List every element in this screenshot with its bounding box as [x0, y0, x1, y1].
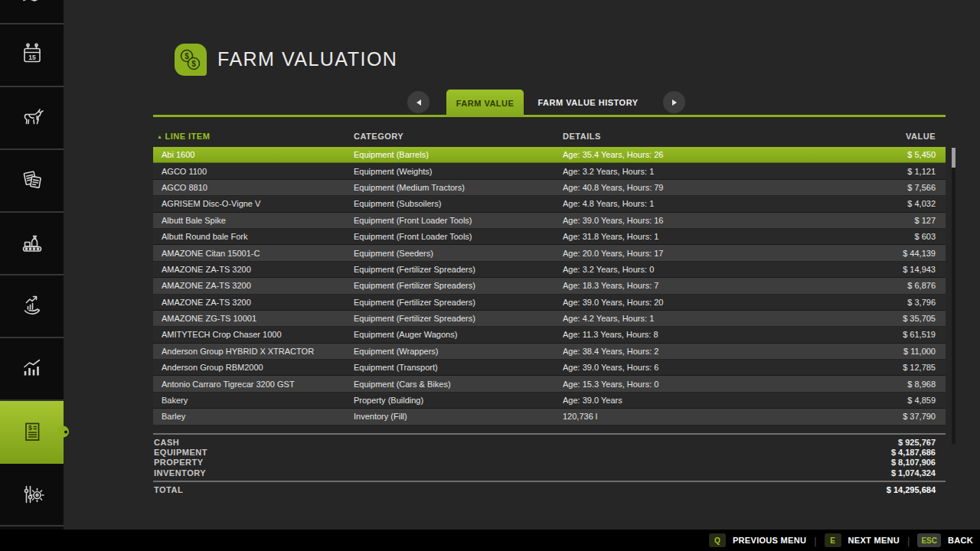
- cell-details: Age: 4.8 Years, Hours: 1: [563, 199, 815, 208]
- table-row[interactable]: Abi 1600Equipment (Barrels)Age: 35.4 Yea…: [153, 147, 946, 163]
- cell-value: $ 127: [815, 216, 946, 225]
- scrollbar-thumb[interactable]: [952, 148, 956, 168]
- table-row[interactable]: Albutt Bale SpikeEquipment (Front Loader…: [153, 213, 946, 229]
- farm-valuation-screen: 15$ $ $ FARM VALUATION FARM VALUE FARM V…: [0, 0, 980, 551]
- cell-details: Age: 35.4 Years, Hours: 26: [563, 150, 815, 159]
- footer-label: NEXT MENU: [848, 536, 900, 545]
- total-value: $ 14,295,684: [887, 485, 946, 494]
- sidebar-item-animals[interactable]: [0, 87, 64, 150]
- cell-details: Age: 31.8 Years, Hours: 1: [563, 232, 815, 241]
- table-row[interactable]: AMAZONE ZG-TS 10001Equipment (Fertilizer…: [153, 311, 946, 327]
- summary-total-row: TOTAL $ 14,295,684: [153, 481, 946, 494]
- cell-value: $ 3,796: [815, 298, 946, 307]
- svg-text:$: $: [28, 424, 31, 432]
- cell-line-item: AMITYTECH Crop Chaser 1000: [153, 330, 354, 339]
- table-row[interactable]: AMAZONE ZA-TS 3200Equipment (Fertilizer …: [153, 262, 946, 278]
- animals-icon: [18, 104, 46, 132]
- sidebar-item-settings[interactable]: [0, 464, 64, 527]
- cell-category: Equipment (Medium Tractors): [354, 183, 563, 192]
- active-indicator: [57, 426, 69, 438]
- table-row[interactable]: AGCO 8810Equipment (Medium Tractors)Age:…: [153, 180, 946, 196]
- cell-line-item: AGRISEM Disc-O-Vigne V: [153, 199, 354, 208]
- table-row[interactable]: Albutt Round bale ForkEquipment (Front L…: [153, 229, 946, 245]
- cell-details: Age: 39.0 Years: [563, 396, 815, 405]
- summary-value: $ 4,187,686: [891, 448, 946, 457]
- table-row[interactable]: AMAZONE Citan 15001-CEquipment (Seeders)…: [153, 245, 946, 261]
- settings-icon: [18, 481, 46, 508]
- cell-value: $ 603: [815, 232, 946, 241]
- table-row[interactable]: AMAZONE ZA-TS 3200Equipment (Fertilizer …: [153, 295, 946, 311]
- cell-category: Equipment (Cars & Bikes): [354, 380, 563, 389]
- sidebar-item-production[interactable]: [0, 213, 64, 276]
- sidebar-item-map[interactable]: [0, 0, 64, 24]
- column-header-line-item[interactable]: ▲ LINE ITEM: [153, 132, 354, 141]
- cell-value: $ 11,000: [815, 347, 946, 356]
- sidebar-item-contracts[interactable]: [0, 150, 64, 213]
- table-row[interactable]: BarleyInventory (Fill)120,736 l$ 37,790: [153, 409, 946, 425]
- cell-details: Age: 11.3 Years, Hours: 8: [563, 330, 815, 339]
- footer-action-back[interactable]: ESCBACK: [917, 533, 973, 547]
- cell-category: Inventory (Fill): [354, 412, 563, 421]
- table-row[interactable]: AMAZONE ZA-TS 3200Equipment (Fertilizer …: [153, 278, 946, 294]
- cell-value: $ 14,943: [815, 265, 946, 274]
- sidebar-item-statistics[interactable]: [0, 338, 64, 401]
- cell-category: Equipment (Barrels): [354, 150, 563, 159]
- footer-separator: |: [907, 535, 910, 546]
- cell-line-item: Barley: [153, 412, 354, 421]
- table-row[interactable]: AGRISEM Disc-O-Vigne VEquipment (Subsoil…: [153, 196, 946, 212]
- contracts-icon: [18, 167, 46, 194]
- cell-value: $ 4,859: [815, 396, 946, 405]
- scrollbar-track[interactable]: [952, 147, 956, 444]
- cell-category: Equipment (Fertilizer Spreaders): [354, 298, 563, 307]
- cell-category: Equipment (Fertilizer Spreaders): [354, 281, 563, 290]
- sidebar-item-farm-valuation[interactable]: $: [0, 401, 64, 464]
- summary-value: $ 1,074,324: [891, 468, 946, 478]
- cell-details: Age: 38.4 Years, Hours: 2: [563, 347, 815, 356]
- summary-row: CASH$ 925,767: [153, 437, 946, 447]
- sidebar-item-calendar[interactable]: 15: [0, 24, 64, 87]
- cell-line-item: Albutt Round bale Fork: [153, 232, 354, 241]
- table-row[interactable]: AMITYTECH Crop Chaser 1000Equipment (Aug…: [153, 327, 946, 343]
- column-header-category[interactable]: CATEGORY: [354, 132, 563, 141]
- cell-line-item: AMAZONE Citan 15001-C: [153, 249, 354, 258]
- table-row[interactable]: Anderson Group HYBRID X XTRACTOREquipmen…: [153, 344, 946, 360]
- cell-details: Age: 3.2 Years, Hours: 0: [563, 265, 815, 274]
- sidebar-item-finances[interactable]: [0, 276, 64, 338]
- cell-value: $ 4,032: [815, 199, 946, 208]
- cell-category: Equipment (Front Loader Tools): [354, 232, 563, 241]
- cell-line-item: Albutt Bale Spike: [153, 216, 354, 225]
- tab-prev-button[interactable]: [407, 91, 430, 113]
- cell-category: Equipment (Fertilizer Spreaders): [354, 265, 563, 274]
- table-row[interactable]: AGCO 1100Equipment (Weights)Age: 3.2 Yea…: [153, 163, 946, 179]
- tab-farm-value[interactable]: FARM VALUE: [446, 90, 524, 117]
- tab-next-button[interactable]: [663, 91, 685, 113]
- key-badge-esc: ESC: [917, 533, 941, 547]
- tab-label: FARM VALUE: [456, 99, 514, 108]
- tab-underline: [153, 115, 946, 117]
- table-row[interactable]: Anderson Group RBM2000Equipment (Transpo…: [153, 360, 946, 376]
- column-header-value[interactable]: VALUE: [815, 132, 946, 141]
- cell-details: Age: 40.8 Years, Hours: 79: [563, 183, 815, 192]
- cell-details: 120,736 l: [563, 412, 815, 421]
- summary-list: CASH$ 925,767EQUIPMENT$ 4,187,686PROPERT…: [153, 433, 946, 478]
- table-row[interactable]: BakeryProperty (Building)Age: 39.0 Years…: [153, 393, 946, 409]
- sidebar: 15$: [0, 0, 64, 530]
- footer-action-next-menu[interactable]: ENEXT MENU: [825, 533, 900, 547]
- footer-action-previous-menu[interactable]: QPREVIOUS MENU: [709, 533, 806, 547]
- cell-category: Equipment (Wrappers): [354, 347, 563, 356]
- cell-details: Age: 4.2 Years, Hours: 1: [563, 314, 815, 323]
- table-row[interactable]: Antonio Carraro Tigrecar 3200 GSTEquipme…: [153, 376, 946, 392]
- tab-farm-value-history[interactable]: FARM VALUE HISTORY: [531, 90, 645, 115]
- cell-line-item: AMAZONE ZG-TS 10001: [153, 314, 354, 323]
- tab-label: FARM VALUE HISTORY: [537, 98, 638, 107]
- footer-actions: QPREVIOUS MENU|ENEXT MENU|ESCBACK: [709, 533, 973, 547]
- cell-value: $ 44,139: [815, 249, 946, 258]
- summary-label: CASH: [153, 438, 179, 447]
- production-icon: [18, 230, 46, 257]
- cell-category: Equipment (Front Loader Tools): [354, 216, 563, 225]
- cell-details: Age: 20.0 Years, Hours: 17: [563, 249, 815, 258]
- cell-category: Equipment (Transport): [354, 363, 563, 372]
- cell-details: Age: 39.0 Years, Hours: 6: [563, 363, 815, 372]
- cell-category: Equipment (Subsoilers): [354, 199, 563, 208]
- column-header-details[interactable]: DETAILS: [563, 132, 815, 141]
